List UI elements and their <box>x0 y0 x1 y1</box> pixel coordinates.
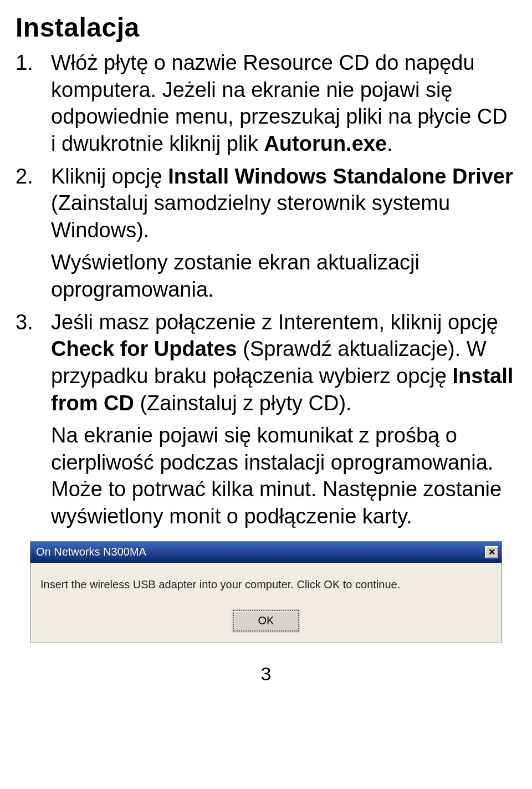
text-run: Jeśli masz połączenie z Interentem, klik… <box>51 310 498 334</box>
dialog-window: On Networks N300MA ✕ Insert the wireless… <box>30 541 502 643</box>
text-run: Na ekranie pojawi się komunikat z prośbą… <box>51 424 502 528</box>
bold-text: Install Windows Standalone Driver <box>168 165 513 188</box>
step-number: 3. <box>16 309 45 336</box>
text-run: (Zainstaluj z płyty CD). <box>134 391 352 415</box>
close-icon[interactable]: ✕ <box>485 546 498 558</box>
ok-button[interactable]: OK <box>233 610 299 632</box>
step-number: 2. <box>16 163 45 190</box>
step-paragraph: Jeśli masz połączenie z Interentem, klik… <box>51 309 516 417</box>
steps-list: 1.Włóż płytę o nazwie Resource CD do nap… <box>16 49 516 530</box>
text-run: . <box>387 132 393 155</box>
step-item: 1.Włóż płytę o nazwie Resource CD do nap… <box>16 49 516 157</box>
dialog-body-text: Insert the wireless USB adapter into you… <box>30 563 502 595</box>
dialog-titlebar: On Networks N300MA ✕ <box>30 542 502 563</box>
bold-text: Autorun.exe <box>264 132 387 155</box>
text-run: (Zainstaluj samodzielny sterownik system… <box>51 191 450 242</box>
page: Instalacja 1.Włóż płytę o nazwie Resourc… <box>0 0 532 707</box>
page-number: 3 <box>16 663 516 685</box>
step-item: 2.Kliknij opcję Install Windows Standalo… <box>16 163 516 303</box>
text-run: Kliknij opcję <box>51 165 168 188</box>
step-paragraph: Włóż płytę o nazwie Resource CD do napęd… <box>51 49 516 157</box>
text-run: Wyświetlony zostanie ekran aktualizacji … <box>51 251 420 301</box>
step-number: 1. <box>16 49 45 77</box>
page-heading: Instalacja <box>16 12 516 43</box>
dialog-title: On Networks N300MA <box>36 546 146 558</box>
step-paragraph: Na ekranie pojawi się komunikat z prośbą… <box>51 422 516 530</box>
dialog-footer: OK <box>30 595 502 643</box>
step-paragraph: Kliknij opcję Install Windows Standalone… <box>51 163 516 244</box>
bold-text: Check for Updates <box>51 337 237 360</box>
step-item: 3.Jeśli masz połączenie z Interentem, kl… <box>16 309 516 530</box>
step-paragraph: Wyświetlony zostanie ekran aktualizacji … <box>51 249 516 303</box>
